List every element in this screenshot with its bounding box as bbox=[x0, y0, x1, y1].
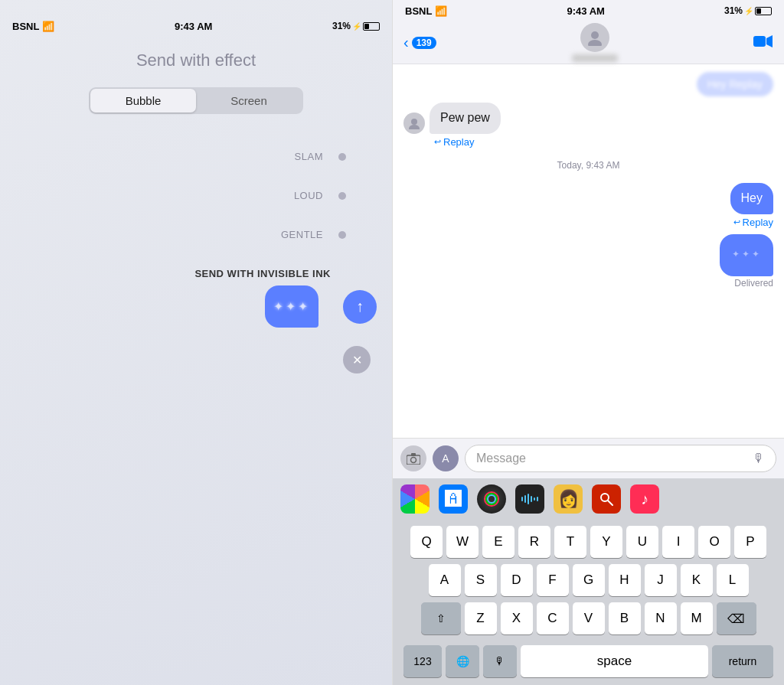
battery-fill-right bbox=[756, 8, 761, 14]
battery-box-left bbox=[363, 22, 380, 31]
soundwave-icon[interactable] bbox=[515, 484, 544, 514]
svg-rect-14 bbox=[528, 494, 529, 504]
svg-rect-2 bbox=[753, 36, 766, 47]
key-e[interactable]: E bbox=[482, 526, 514, 558]
key-l[interactable]: L bbox=[717, 564, 749, 596]
key-r[interactable]: R bbox=[518, 526, 550, 558]
svg-rect-16 bbox=[534, 497, 535, 501]
key-k[interactable]: K bbox=[681, 564, 713, 596]
key-return[interactable]: return bbox=[712, 645, 773, 677]
right-panel: BSNL 📶 9:43 AM 31% ⚡ ‹ 139 bbox=[392, 0, 784, 685]
sender-avatar bbox=[403, 113, 425, 134]
battery-pct-right: 31% bbox=[724, 5, 743, 16]
send-button[interactable]: ↑ bbox=[343, 290, 377, 324]
mic-icon: 🎙 bbox=[753, 452, 765, 465]
svg-rect-15 bbox=[531, 496, 532, 502]
effect-gentle[interactable]: GENTLE bbox=[0, 215, 346, 254]
message-placeholder: Message bbox=[476, 452, 526, 465]
key-o[interactable]: O bbox=[698, 526, 730, 558]
svg-point-7 bbox=[411, 457, 416, 462]
invisible-ink-pattern: ✦✦✦ bbox=[732, 249, 762, 261]
svg-marker-3 bbox=[766, 35, 773, 47]
memoji-icon[interactable]: 👩 bbox=[554, 484, 583, 514]
appstore-button[interactable]: A bbox=[433, 445, 459, 471]
key-s[interactable]: S bbox=[465, 564, 497, 596]
key-globe[interactable]: 🌐 bbox=[446, 645, 479, 677]
key-mic[interactable]: 🎙 bbox=[483, 645, 517, 677]
battery-box-right bbox=[755, 7, 772, 15]
photos-app-icon[interactable] bbox=[400, 484, 430, 514]
message-pew-pew: Pew pew ↩ Replay bbox=[403, 103, 773, 148]
replay-pew-pew[interactable]: ↩ Replay bbox=[434, 136, 474, 148]
svg-point-0 bbox=[591, 31, 599, 39]
video-call-button[interactable] bbox=[753, 33, 773, 53]
contact-name bbox=[572, 54, 618, 62]
key-a[interactable]: A bbox=[429, 564, 461, 596]
svg-point-5 bbox=[409, 125, 420, 129]
effect-invisible-label: SEND WITH INVISIBLE INK bbox=[194, 268, 331, 279]
wifi-icon-right: 📶 bbox=[435, 5, 447, 17]
replay-hey[interactable]: ↩ Replay bbox=[733, 217, 773, 228]
replay-label-1: Replay bbox=[443, 136, 474, 148]
effect-loud[interactable]: LOUD bbox=[0, 176, 346, 215]
effect-invisible-ink[interactable]: SEND WITH INVISIBLE INK bbox=[0, 254, 346, 279]
key-q[interactable]: Q bbox=[410, 526, 443, 558]
previous-message-blur: Hey Replay bbox=[697, 72, 773, 96]
key-f[interactable]: F bbox=[537, 564, 569, 596]
replay-icon-1: ↩ bbox=[434, 137, 441, 147]
effect-slam-dot bbox=[338, 153, 346, 161]
activity-icon[interactable] bbox=[477, 484, 506, 514]
key-shift[interactable]: ⇧ bbox=[421, 602, 461, 634]
key-u[interactable]: U bbox=[626, 526, 658, 558]
charging-icon-left: ⚡ bbox=[352, 22, 361, 31]
charging-icon-right: ⚡ bbox=[744, 7, 753, 15]
keyboard-row-1: Q W E R T Y U I O P bbox=[396, 526, 781, 558]
message-input[interactable]: Message 🎙 bbox=[465, 445, 776, 472]
key-w[interactable]: W bbox=[446, 526, 479, 558]
key-n[interactable]: N bbox=[645, 602, 677, 634]
screen-tab[interactable]: Screen bbox=[196, 89, 302, 113]
carrier-name-left: BSNL bbox=[12, 21, 39, 32]
key-j[interactable]: J bbox=[645, 564, 677, 596]
key-numbers[interactable]: 123 bbox=[403, 645, 442, 677]
back-badge: 139 bbox=[412, 37, 436, 49]
keyboard-row-2: A S D F G H J K L bbox=[396, 564, 781, 596]
key-z[interactable]: Z bbox=[465, 602, 497, 634]
battery-pct-left: 31% bbox=[332, 21, 351, 31]
key-space[interactable]: space bbox=[521, 645, 708, 677]
effect-slam[interactable]: SLAM bbox=[0, 137, 346, 176]
keyboard-bottom-row: 123 🌐 🎙 space return bbox=[396, 641, 781, 682]
key-x[interactable]: X bbox=[501, 602, 533, 634]
message-hey: Hey ↩ Replay bbox=[403, 183, 773, 228]
key-b[interactable]: B bbox=[609, 602, 641, 634]
svg-point-4 bbox=[411, 119, 417, 125]
svg-rect-12 bbox=[521, 497, 523, 501]
bubble-tab[interactable]: Bubble bbox=[90, 89, 196, 113]
svg-rect-17 bbox=[537, 497, 538, 501]
carrier-signal-left: BSNL 📶 bbox=[12, 21, 54, 32]
search-app-icon[interactable] bbox=[592, 484, 621, 514]
key-p[interactable]: P bbox=[734, 526, 766, 558]
close-button[interactable]: ✕ bbox=[343, 346, 371, 373]
effect-loud-dot bbox=[338, 192, 346, 200]
back-button[interactable]: ‹ 139 bbox=[403, 34, 436, 51]
status-bar-right: BSNL 📶 9:43 AM 31% ⚡ bbox=[393, 0, 784, 21]
svg-line-19 bbox=[608, 501, 612, 505]
music-icon[interactable]: ♪ bbox=[630, 484, 659, 514]
back-chevron-icon: ‹ bbox=[403, 34, 409, 51]
contact-info[interactable] bbox=[572, 23, 618, 62]
key-v[interactable]: V bbox=[573, 602, 605, 634]
key-g[interactable]: G bbox=[573, 564, 605, 596]
appstore-icon[interactable]: 🅰 bbox=[439, 484, 468, 514]
key-t[interactable]: T bbox=[554, 526, 586, 558]
key-y[interactable]: Y bbox=[590, 526, 622, 558]
camera-button[interactable] bbox=[400, 445, 426, 471]
key-d[interactable]: D bbox=[501, 564, 533, 596]
key-c[interactable]: C bbox=[537, 602, 569, 634]
key-m[interactable]: M bbox=[681, 602, 713, 634]
segment-control: Bubble Screen bbox=[89, 87, 303, 114]
battery-fill-left bbox=[364, 24, 369, 29]
key-delete[interactable]: ⌫ bbox=[717, 602, 756, 634]
key-i[interactable]: I bbox=[662, 526, 694, 558]
key-h[interactable]: H bbox=[609, 564, 641, 596]
